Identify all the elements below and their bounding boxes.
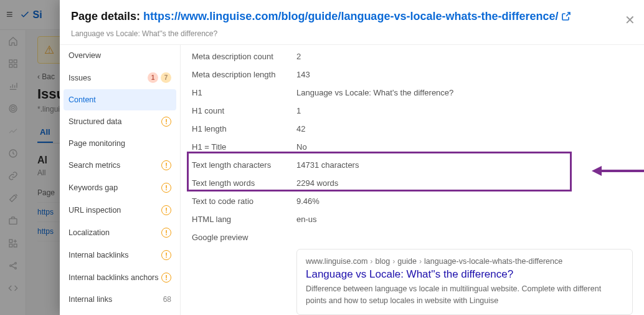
modal-detail: Meta description count2Meta description … xyxy=(181,45,644,315)
warning-icon: ! xyxy=(161,160,171,170)
nav-item-label: Page monitoring xyxy=(69,139,125,148)
detail-row: H1 = TitleNo xyxy=(181,138,644,156)
modal-header: Page details: https://www.linguise.com/b… xyxy=(60,0,644,45)
nav-item-label: Overview xyxy=(69,51,101,60)
nav-item-label: Structured data xyxy=(69,117,121,126)
nav-item-monitoring[interactable]: Page monitoring xyxy=(60,133,180,154)
nav-badge: 1 xyxy=(148,72,158,83)
detail-row: Google preview xyxy=(181,228,644,246)
warning-icon: ! xyxy=(161,228,171,238)
detail-row: Meta description length143 xyxy=(181,65,644,84)
close-button[interactable]: ✕ xyxy=(625,12,635,27)
nav-item-overview[interactable]: Overview xyxy=(60,45,180,66)
detail-value: 1 xyxy=(296,106,633,115)
detail-value: en-us xyxy=(296,215,633,224)
google-preview-breadcrumb: www.linguise.com›blog›guide›language-vs-… xyxy=(306,257,623,266)
detail-label: H1 count xyxy=(192,106,296,115)
detail-label: Text length words xyxy=(192,178,296,188)
modal-body: OverviewIssues17ContentStructured data!P… xyxy=(60,45,644,315)
warning-icon: ! xyxy=(161,205,171,215)
nav-item-intbacklinksanch[interactable]: Internal backlinks anchors! xyxy=(60,266,180,289)
detail-label: H1 = Title xyxy=(192,142,296,152)
detail-label: Text to code ratio xyxy=(192,196,296,206)
modal-title-prefix: Page details: xyxy=(71,10,143,22)
detail-row: H1 length42 xyxy=(181,120,644,138)
detail-label: HTML lang xyxy=(192,215,296,224)
nav-item-content[interactable]: Content xyxy=(64,89,176,110)
nav-count: 68 xyxy=(163,295,171,304)
detail-row: H1 count1 xyxy=(181,102,644,120)
nav-item-label: Internal links xyxy=(69,295,112,304)
modal-nav: OverviewIssues17ContentStructured data!P… xyxy=(60,45,181,315)
nav-item-keywords[interactable]: Keywords gap! xyxy=(60,177,180,199)
nav-badge: 7 xyxy=(161,72,171,83)
detail-value xyxy=(296,233,633,242)
detail-label: Text length characters xyxy=(192,160,296,170)
nav-item-urlinspect[interactable]: URL inspection! xyxy=(60,199,180,221)
detail-value: 2294 words xyxy=(296,178,633,188)
nav-item-issues[interactable]: Issues17 xyxy=(60,66,180,89)
nav-item-label: Internal backlinks anchors xyxy=(69,273,159,282)
detail-value: 14731 characters xyxy=(296,160,633,170)
modal-title: Page details: https://www.linguise.com/b… xyxy=(71,9,622,26)
modal-url-text: https://www.linguise.com/blog/guide/lang… xyxy=(143,10,558,22)
modal-subtitle: Language vs Locale: What''s the differen… xyxy=(71,29,622,38)
nav-item-label: Keywords gap xyxy=(69,183,118,192)
detail-label: Google preview xyxy=(192,233,296,242)
detail-row: Meta description count2 xyxy=(181,47,644,65)
detail-value: 2 xyxy=(296,52,633,61)
detail-row: Text length words2294 words xyxy=(181,174,644,192)
nav-item-label: Content xyxy=(69,95,96,104)
warning-icon: ! xyxy=(161,183,171,193)
warning-icon: ! xyxy=(161,250,171,260)
nav-item-structured[interactable]: Structured data! xyxy=(60,110,180,133)
warning-icon: ! xyxy=(161,273,171,283)
detail-value: 42 xyxy=(296,124,633,133)
detail-row: H1Language vs Locale: What's the differe… xyxy=(181,84,644,102)
modal-url-link[interactable]: https://www.linguise.com/blog/guide/lang… xyxy=(143,10,571,22)
google-preview-card: www.linguise.com›blog›guide›language-vs-… xyxy=(296,249,633,315)
detail-row: HTML langen-us xyxy=(181,210,644,228)
detail-row: Text to code ratio9.46% xyxy=(181,192,644,210)
nav-item-label: Localization xyxy=(69,228,110,237)
nav-item-search[interactable]: Search metrics! xyxy=(60,154,180,177)
nav-item-intlinks[interactable]: Internal links68 xyxy=(60,289,180,310)
detail-label: Meta description count xyxy=(192,52,296,61)
detail-label: Meta description length xyxy=(192,70,296,79)
nav-item-label: Search metrics xyxy=(69,161,120,170)
nav-item-intbacklinks[interactable]: Internal backlinks! xyxy=(60,244,180,266)
detail-row: Text length characters14731 characters xyxy=(181,156,644,174)
google-preview-desc: Difference between language vs locale in… xyxy=(306,283,623,307)
detail-value: Language vs Locale: What's the differenc… xyxy=(296,88,633,97)
google-preview-title: Language vs Locale: What''s the differen… xyxy=(306,268,623,281)
warning-icon: ! xyxy=(161,117,171,127)
detail-value: 9.46% xyxy=(296,196,633,206)
nav-item-label: Issues xyxy=(69,74,91,82)
external-link-icon xyxy=(561,10,571,26)
nav-item-label: URL inspection xyxy=(69,206,121,215)
nav-item-localization[interactable]: Localization! xyxy=(60,221,180,244)
detail-value: 143 xyxy=(296,70,633,79)
detail-label: H1 length xyxy=(192,124,296,133)
detail-label: H1 xyxy=(192,88,296,97)
detail-value: No xyxy=(296,142,633,152)
page-details-modal: Page details: https://www.linguise.com/b… xyxy=(60,0,644,315)
nav-item-extlinks[interactable]: External links4 xyxy=(60,310,180,315)
nav-badges: 17 xyxy=(148,72,171,83)
nav-item-label: Internal backlinks xyxy=(69,251,129,259)
